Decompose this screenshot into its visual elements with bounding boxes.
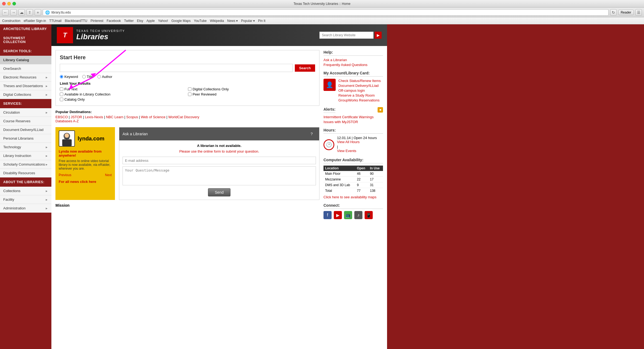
youtube-icon[interactable]: ▶: [334, 211, 342, 219]
sidebar-item-collections[interactable]: Collections ►: [0, 187, 51, 195]
lynda-prev-button[interactable]: Previous: [59, 173, 71, 177]
chevron-right-icon: ►: [45, 189, 48, 193]
link-check-status[interactable]: Check Status/Renew Items: [338, 79, 381, 83]
bookmark-yahoo[interactable]: Yahoo!: [158, 19, 168, 23]
cloud-button[interactable]: ☁: [18, 9, 25, 16]
radio-keyword[interactable]: Keyword: [60, 75, 78, 79]
bookmark-youtube[interactable]: YouTube: [194, 19, 207, 23]
help-icon[interactable]: ?: [307, 130, 316, 138]
bookmark-facebook[interactable]: Facebook: [107, 19, 121, 23]
bookmark-pinterest[interactable]: Pinterest: [91, 19, 103, 23]
radio-author[interactable]: Author: [97, 75, 112, 79]
sidebar-item-library-catalog[interactable]: Library Catalog: [0, 56, 51, 64]
sidebar-item-theses[interactable]: Theses and Dissertations ►: [0, 82, 51, 90]
lynda-panel: lynda.com Lynda now available from anywh…: [55, 127, 115, 200]
checkbox-available[interactable]: Available in Library Collection: [60, 92, 187, 96]
sidebar-item-course-reserves[interactable]: Course Reserves: [0, 117, 51, 126]
header-search-button[interactable]: ▶: [375, 32, 382, 39]
reader-button[interactable]: Reader: [618, 10, 634, 15]
bookmark-blackboard[interactable]: BlackboardTTU: [65, 19, 87, 23]
table-row: Main Floor4690: [323, 171, 383, 177]
checkbox-catalog-only[interactable]: Catalog Only: [60, 97, 187, 101]
link-nbclearn[interactable]: NBC Learn: [106, 115, 123, 119]
sidebar-item-scholarly-comms[interactable]: Scholarly Communications ►: [0, 160, 51, 169]
link-scopus[interactable]: Scopus: [126, 115, 138, 119]
link-study-room[interactable]: Reserve a Study Room: [338, 93, 381, 97]
ask-librarian-link[interactable]: Ask a Librarian: [323, 58, 383, 62]
link-lexisnexis[interactable]: Lexis-Nexis: [85, 115, 103, 119]
sidebar-item-digital-collections[interactable]: Digital Collections ►: [0, 90, 51, 99]
sidebar-item-document-delivery[interactable]: Document Delivery/ILLiad: [0, 126, 51, 134]
address-bar[interactable]: 🌐 library.ttu.edu: [43, 9, 609, 16]
col-inuse: In Use: [368, 166, 383, 171]
sidebar-item-electronic-resources[interactable]: Electronic Resources ►: [0, 73, 51, 82]
new-tab-button[interactable]: +: [35, 9, 41, 16]
account-links: Check Status/Renew Items Document Delive…: [338, 79, 381, 103]
link-worldcat[interactable]: WorldCat Discovery: [168, 115, 199, 119]
link-jstor[interactable]: JSTOR: [71, 115, 82, 119]
search-type-group: Keyword Title Author: [60, 75, 315, 79]
link-webofscience[interactable]: Web of Science: [141, 115, 166, 119]
apple-icon[interactable]: ♪: [354, 211, 362, 219]
sidebar-item-circulation[interactable]: Circulation ►: [0, 108, 51, 117]
alert-myjstor[interactable]: Issues with MyJSTOR: [323, 120, 383, 124]
main-search-input[interactable]: [60, 64, 293, 72]
faq-link[interactable]: Frequently Asked Questions: [323, 63, 383, 67]
bookmark-etsy[interactable]: Etsy: [137, 19, 143, 23]
alert-cert-warning[interactable]: Intermittent Certificate Warnings: [323, 115, 383, 119]
lynda-next-button[interactable]: Next: [105, 173, 112, 177]
bookmark-wikipedia[interactable]: Wikipedia: [210, 19, 224, 23]
ask-form-link[interactable]: Please use the online form to submit you…: [179, 149, 259, 153]
sidebar-toggle[interactable]: ☰: [635, 9, 642, 16]
view-events-link[interactable]: View Events: [337, 149, 377, 153]
sidebar-item-administration[interactable]: Administration ►: [0, 204, 51, 213]
rss-icon[interactable]: ■: [378, 107, 383, 113]
sidebar-item-personal-librarians[interactable]: Personal Librarians: [0, 134, 51, 143]
bookmark-googlemaps[interactable]: Google Maps: [171, 19, 190, 23]
mobile-icon[interactable]: 📱: [365, 211, 373, 219]
sidebar-architecture-header[interactable]: Architecture Library: [0, 24, 51, 34]
popular-destinations: Popular Destinations: EBSCO | JSTOR | Le…: [55, 110, 319, 123]
checkbox-digital-only[interactable]: Digital Collections Only: [188, 87, 315, 91]
link-offcampus[interactable]: Off-campus login: [338, 88, 381, 93]
bookmark-pinit[interactable]: Pin It: [258, 19, 265, 23]
availability-maps-link[interactable]: Click here to see availability maps: [323, 195, 383, 199]
link-ebsco[interactable]: EBSCO: [55, 115, 68, 119]
sidebar-item-technology[interactable]: Technology ►: [0, 143, 51, 152]
forward-button[interactable]: →: [10, 9, 17, 16]
sidebar-item-disability[interactable]: Disability Resources: [0, 169, 51, 177]
reload-button[interactable]: ↻: [610, 9, 617, 16]
maximize-window-button[interactable]: [12, 2, 16, 5]
facebook-icon[interactable]: f: [323, 211, 332, 219]
sidebar-item-facility[interactable]: Facility ►: [0, 195, 51, 204]
link-databases[interactable]: Databases A-Z: [55, 119, 79, 123]
bookmark-popular[interactable]: Popular ▾: [241, 19, 255, 23]
search-button[interactable]: Search: [295, 64, 315, 72]
bookmark-news[interactable]: News ▾: [227, 19, 238, 23]
view-all-hours-link[interactable]: View All Hours: [337, 140, 377, 144]
bookmark-apple[interactable]: Apple: [147, 19, 155, 23]
ask-send-button[interactable]: Send: [208, 188, 230, 196]
checkbox-fulltext[interactable]: Full Text: [60, 87, 187, 91]
back-button[interactable]: ←: [2, 9, 9, 16]
news-link[interactable]: For all news click here: [59, 180, 96, 184]
sidebar-item-onesearch[interactable]: OneSearch: [0, 64, 51, 73]
ask-message-input[interactable]: [123, 166, 316, 185]
sidebar-item-library-instruction[interactable]: Library Instruction ►: [0, 152, 51, 160]
table-cell: 22: [355, 177, 368, 182]
search-input[interactable]: [319, 32, 374, 39]
bookmark-construction[interactable]: Construction: [2, 19, 20, 23]
share-button[interactable]: ⇧: [27, 9, 33, 16]
sidebar-southwest-header[interactable]: Southwest Collection: [0, 34, 51, 47]
link-groupworks[interactable]: GroupWorks Reservations: [338, 98, 381, 102]
checkbox-peer-reviewed[interactable]: Peer Reviewed: [188, 92, 315, 96]
bookmark-eraider[interactable]: eRaider Sign-in: [24, 19, 46, 23]
minimize-window-button[interactable]: [7, 2, 11, 5]
bookmark-twitter[interactable]: Twitter: [124, 19, 134, 23]
radio-title[interactable]: Title: [82, 75, 93, 79]
tv-icon[interactable]: 📺: [344, 211, 352, 219]
link-document-delivery[interactable]: Document Delivery/ILLiad: [338, 84, 381, 88]
bookmark-ttumail[interactable]: TTUmail: [49, 19, 61, 23]
ask-email-input[interactable]: [123, 157, 316, 164]
close-window-button[interactable]: [2, 2, 6, 5]
